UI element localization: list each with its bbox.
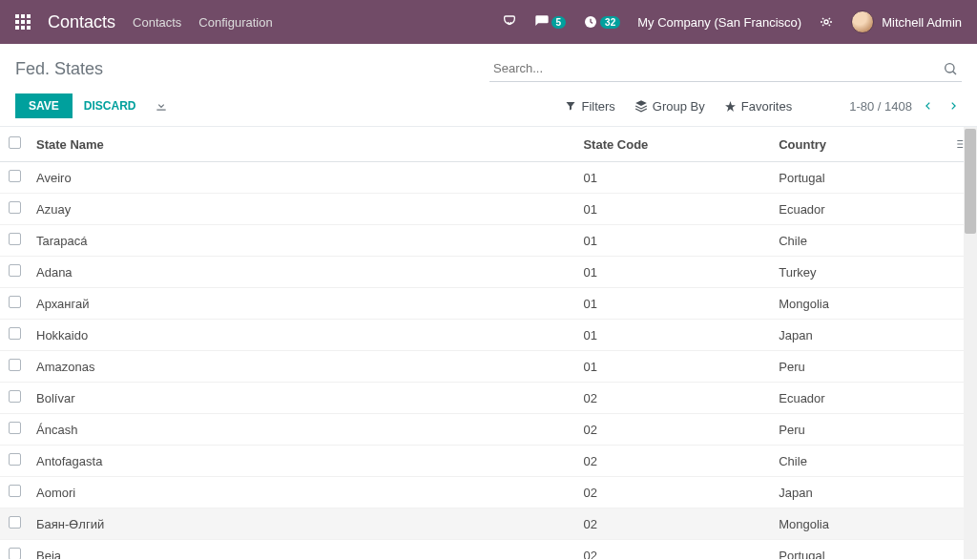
cell-state-code[interactable]: 02 bbox=[575, 540, 771, 560]
table-row[interactable]: Antofagasta02Chile bbox=[0, 446, 977, 477]
cell-state-code[interactable]: 01 bbox=[575, 162, 771, 194]
cell-state-name[interactable]: Bolívar bbox=[29, 383, 575, 414]
search-area bbox=[489, 55, 962, 82]
row-checkbox[interactable] bbox=[0, 508, 29, 540]
table-row[interactable]: Aomori02Japan bbox=[0, 477, 977, 508]
row-checkbox[interactable] bbox=[0, 351, 29, 383]
table-row[interactable]: Amazonas01Peru bbox=[0, 351, 977, 383]
cell-country[interactable]: Portugal bbox=[771, 162, 946, 194]
cell-state-name[interactable]: Azuay bbox=[29, 194, 575, 225]
cell-country[interactable]: Turkey bbox=[771, 257, 946, 288]
messages-badge: 5 bbox=[551, 16, 567, 29]
row-checkbox[interactable] bbox=[0, 257, 29, 288]
scrollbar-thumb[interactable] bbox=[965, 129, 976, 234]
groupby-label: Group By bbox=[653, 99, 705, 114]
table-row[interactable]: Hokkaido01Japan bbox=[0, 320, 977, 351]
cell-country[interactable]: Chile bbox=[771, 446, 946, 477]
row-checkbox[interactable] bbox=[0, 288, 29, 320]
scrollbar-track[interactable] bbox=[964, 127, 977, 559]
apps-icon[interactable] bbox=[15, 14, 31, 30]
row-checkbox[interactable] bbox=[0, 194, 29, 225]
table-row[interactable]: Aveiro01Portugal bbox=[0, 162, 977, 194]
table-row[interactable]: Архангай01Mongolia bbox=[0, 288, 977, 320]
messages-icon[interactable]: 5 bbox=[534, 14, 567, 30]
nav-link-configuration[interactable]: Configuration bbox=[198, 15, 272, 30]
cell-state-name[interactable]: Beja bbox=[29, 540, 575, 560]
paging: 1-80 / 1408 bbox=[849, 95, 962, 116]
table-row[interactable]: Áncash02Peru bbox=[0, 414, 977, 446]
row-checkbox[interactable] bbox=[0, 414, 29, 446]
header-select-all[interactable] bbox=[0, 127, 29, 162]
cell-state-code[interactable]: 01 bbox=[575, 225, 771, 257]
discard-button[interactable]: DISCARD bbox=[73, 93, 148, 118]
table-row[interactable]: Bolívar02Ecuador bbox=[0, 383, 977, 414]
cell-state-code[interactable]: 01 bbox=[575, 257, 771, 288]
cell-state-name[interactable]: Antofagasta bbox=[29, 446, 575, 477]
cell-state-code[interactable]: 02 bbox=[575, 414, 771, 446]
cell-country[interactable]: Peru bbox=[771, 351, 946, 383]
search-input[interactable] bbox=[489, 55, 939, 81]
row-checkbox[interactable] bbox=[0, 477, 29, 508]
cell-state-name[interactable]: Tarapacá bbox=[29, 225, 575, 257]
cell-state-code[interactable]: 01 bbox=[575, 320, 771, 351]
cell-state-code[interactable]: 02 bbox=[575, 508, 771, 540]
cell-state-code[interactable]: 01 bbox=[575, 288, 771, 320]
phone-icon[interactable] bbox=[502, 14, 517, 30]
table-scroll[interactable]: State Name State Code Country Aveiro01Po… bbox=[0, 127, 977, 559]
download-icon[interactable] bbox=[155, 99, 168, 113]
cell-country[interactable]: Ecuador bbox=[771, 383, 946, 414]
filters-button[interactable]: Filters bbox=[565, 99, 614, 114]
cell-state-name[interactable]: Áncash bbox=[29, 414, 575, 446]
cell-state-name[interactable]: Hokkaido bbox=[29, 320, 575, 351]
table-row[interactable]: Tarapacá01Chile bbox=[0, 225, 977, 257]
company-selector[interactable]: My Company (San Francisco) bbox=[637, 15, 801, 30]
star-icon bbox=[724, 100, 737, 113]
page-prev-icon[interactable] bbox=[920, 95, 937, 116]
cell-country[interactable]: Mongolia bbox=[771, 288, 946, 320]
nav-link-contacts[interactable]: Contacts bbox=[133, 15, 181, 30]
username: Mitchell Admin bbox=[882, 15, 962, 30]
cell-state-name[interactable]: Adana bbox=[29, 257, 575, 288]
save-button[interactable]: SAVE bbox=[15, 93, 73, 118]
cell-country[interactable]: Chile bbox=[771, 225, 946, 257]
page-title: Fed. States bbox=[15, 59, 103, 79]
cell-country[interactable]: Peru bbox=[771, 414, 946, 446]
search-icon[interactable] bbox=[939, 57, 962, 80]
row-checkbox[interactable] bbox=[0, 162, 29, 194]
cell-state-code[interactable]: 02 bbox=[575, 477, 771, 508]
cell-country[interactable]: Portugal bbox=[771, 540, 946, 560]
table-row[interactable]: Beja02Portugal bbox=[0, 540, 977, 560]
row-checkbox[interactable] bbox=[0, 540, 29, 560]
groupby-button[interactable]: Group By bbox=[634, 99, 705, 114]
table-row[interactable]: Adana01Turkey bbox=[0, 257, 977, 288]
favorites-button[interactable]: Favorites bbox=[724, 99, 792, 114]
app-brand[interactable]: Contacts bbox=[48, 12, 115, 32]
header-state-name[interactable]: State Name bbox=[29, 127, 575, 162]
cell-state-code[interactable]: 02 bbox=[575, 446, 771, 477]
table-wrap: State Name State Code Country Aveiro01Po… bbox=[0, 127, 977, 559]
row-checkbox[interactable] bbox=[0, 320, 29, 351]
cell-country[interactable]: Mongolia bbox=[771, 508, 946, 540]
table-row[interactable]: Azuay01Ecuador bbox=[0, 194, 977, 225]
cell-state-code[interactable]: 01 bbox=[575, 351, 771, 383]
activities-icon[interactable]: 32 bbox=[583, 14, 620, 30]
row-checkbox[interactable] bbox=[0, 383, 29, 414]
table-row[interactable]: Баян-Өлгий02Mongolia bbox=[0, 508, 977, 540]
row-checkbox[interactable] bbox=[0, 446, 29, 477]
row-checkbox[interactable] bbox=[0, 225, 29, 257]
header-country[interactable]: Country bbox=[771, 127, 946, 162]
debug-icon[interactable] bbox=[819, 14, 834, 30]
cell-state-name[interactable]: Баян-Өлгий bbox=[29, 508, 575, 540]
cell-country[interactable]: Japan bbox=[771, 320, 946, 351]
cell-state-code[interactable]: 02 bbox=[575, 383, 771, 414]
cell-state-name[interactable]: Amazonas bbox=[29, 351, 575, 383]
user-menu[interactable]: Mitchell Admin bbox=[851, 10, 962, 33]
cell-state-name[interactable]: Архангай bbox=[29, 288, 575, 320]
page-next-icon[interactable] bbox=[945, 95, 962, 116]
cell-country[interactable]: Japan bbox=[771, 477, 946, 508]
cell-state-name[interactable]: Aveiro bbox=[29, 162, 575, 194]
cell-state-code[interactable]: 01 bbox=[575, 194, 771, 225]
header-state-code[interactable]: State Code bbox=[575, 127, 771, 162]
cell-country[interactable]: Ecuador bbox=[771, 194, 946, 225]
cell-state-name[interactable]: Aomori bbox=[29, 477, 575, 508]
